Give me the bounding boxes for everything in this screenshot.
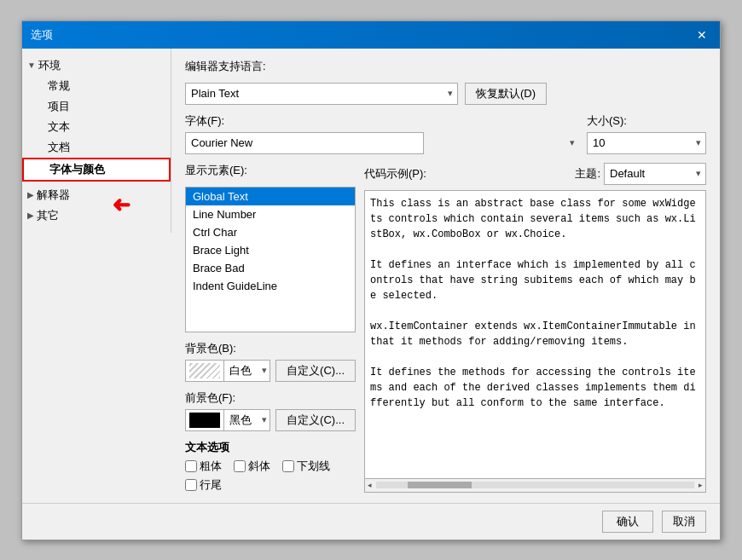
list-item-brace-bad[interactable]: Brace Bad — [186, 259, 355, 277]
font-select-wrapper: Courier New — [185, 132, 580, 154]
language-select-row: Plain Text 恢复默认(D) — [185, 83, 706, 105]
sidebar-item-doc[interactable]: 文档 — [22, 137, 171, 158]
lang-select-wrapper: Plain Text — [185, 83, 458, 105]
size-select-wrapper: 10 — [587, 132, 706, 154]
restore-default-button[interactable]: 恢复默认(D) — [465, 83, 547, 105]
sidebar-item-project[interactable]: 项目 — [22, 96, 171, 117]
right-sub-panel: 代码示例(P): 主题: Default This class is an ab… — [364, 163, 706, 493]
italic-checkbox-label[interactable]: 斜体 — [234, 459, 270, 474]
text-options-label: 文本选项 — [185, 440, 356, 455]
text-options-section: 文本选项 粗体 斜体 下划 — [185, 440, 356, 493]
h-scrollbar[interactable]: ◂ ▸ — [364, 479, 706, 493]
bg-color-row: 白色 自定义(C)... — [185, 360, 356, 382]
lang-select[interactable]: Plain Text — [185, 83, 458, 105]
language-row: 编辑器支持语言: — [185, 59, 706, 74]
eol-label: 行尾 — [200, 477, 222, 493]
bg-label: 背景色(B): — [185, 341, 356, 356]
font-label: 字体(F): — [185, 113, 580, 129]
list-item-indent-guideline[interactable]: Indent GuideLine — [186, 277, 355, 295]
sidebar-item-text[interactable]: 文本 — [22, 117, 171, 137]
eol-checkbox[interactable] — [185, 479, 197, 491]
scrollbar-track — [376, 482, 694, 488]
preview-scroll-area: This class is an abstract base class for… — [364, 190, 706, 493]
left-sub-panel: 显示元素(E): Global Text Line Number Ctrl Ch… — [185, 163, 356, 493]
bg-color-select[interactable]: 白色 — [223, 360, 270, 382]
sidebar-item-project-label: 项目 — [48, 99, 70, 114]
font-select[interactable]: Courier New — [185, 132, 424, 154]
sidebar-item-general-label: 常规 — [48, 78, 70, 94]
sidebar-item-env-label: 环境 — [38, 58, 61, 73]
dialog: 选项 ✕ ▼ 环境 常规 项目 文本 — [21, 20, 721, 540]
sidebar-item-text-label: 文本 — [48, 119, 70, 135]
other-arrow: ▶ — [27, 211, 34, 220]
sidebar: ▼ 环境 常规 项目 文本 文档 字体与颜色 — [22, 49, 171, 233]
theme-row: 主题: Default — [575, 163, 706, 185]
checkbox-row-1: 粗体 斜体 下划线 — [185, 459, 356, 474]
ok-button[interactable]: 确认 — [602, 511, 653, 533]
interpreter-arrow: ▶ — [27, 190, 34, 199]
dialog-footer: 确认 取消 — [22, 503, 720, 540]
font-size-row: 字体(F): Courier New 大小(S): 10 — [185, 113, 706, 154]
env-arrow: ▼ — [27, 61, 36, 70]
italic-checkbox[interactable] — [234, 460, 246, 472]
close-button[interactable]: ✕ — [693, 26, 711, 44]
sidebar-wrapper: ▼ 环境 常规 项目 文本 文档 字体与颜色 — [22, 49, 171, 503]
underline-label: 下划线 — [297, 459, 330, 474]
main-panel: 编辑器支持语言: Plain Text 恢复默认(D) 字体(F): Couri… — [171, 49, 720, 503]
list-item-line-number[interactable]: Line Number — [186, 205, 355, 223]
fg-color-display: 黑色 — [185, 409, 269, 431]
bg-color-section: 背景色(B): 白色 自定义(C)... — [185, 341, 356, 382]
lang-label: 编辑器支持语言: — [185, 59, 266, 74]
two-panels: 显示元素(E): Global Text Line Number Ctrl Ch… — [185, 163, 706, 493]
checkbox-row-2: 行尾 — [185, 477, 356, 493]
dialog-body: ▼ 环境 常规 项目 文本 文档 字体与颜色 — [22, 49, 720, 503]
cancel-button[interactable]: 取消 — [662, 511, 706, 533]
sidebar-item-other[interactable]: ▶ 其它 — [22, 205, 171, 226]
preview-area: This class is an abstract base class for… — [364, 190, 706, 479]
fg-color-section: 前景色(F): 黑色 自定义(C)... — [185, 390, 356, 431]
sidebar-item-interpreter-label: 解释器 — [37, 188, 70, 203]
list-item-ctrl-char[interactable]: Ctrl Char — [186, 223, 355, 241]
size-select[interactable]: 10 — [587, 132, 706, 154]
list-item-brace-light[interactable]: Brace Light — [186, 241, 355, 259]
title-bar: 选项 ✕ — [22, 21, 720, 49]
fg-color-select[interactable]: 黑色 — [223, 409, 270, 431]
underline-checkbox[interactable] — [282, 460, 294, 472]
eol-checkbox-label[interactable]: 行尾 — [185, 477, 222, 493]
underline-checkbox-label[interactable]: 下划线 — [282, 459, 330, 474]
bold-checkbox-label[interactable]: 粗体 — [185, 459, 222, 474]
scroll-left-arrow[interactable]: ◂ — [365, 481, 374, 489]
theme-select-wrapper: Default — [604, 163, 706, 185]
fg-swatch — [189, 413, 220, 428]
list-item-global-text[interactable]: Global Text — [186, 188, 355, 205]
size-label: 大小(S): — [587, 113, 706, 129]
display-label: 显示元素(E): — [185, 163, 356, 178]
scrollbar-thumb[interactable] — [408, 482, 472, 488]
scroll-right-arrow[interactable]: ▸ — [696, 481, 705, 489]
dialog-title: 选项 — [31, 27, 53, 43]
fg-label: 前景色(F): — [185, 390, 356, 406]
preview-label: 代码示例(P): — [364, 166, 426, 182]
fg-color-row: 黑色 自定义(C)... — [185, 409, 356, 431]
sidebar-item-font-color[interactable]: 字体与颜色 — [22, 158, 171, 182]
preview-header: 代码示例(P): 主题: Default — [364, 163, 706, 185]
theme-select[interactable]: Default — [604, 163, 706, 185]
sidebar-item-env[interactable]: ▼ 环境 — [22, 55, 171, 76]
bg-swatch — [189, 363, 220, 378]
bg-color-display: 白色 — [185, 360, 269, 382]
bg-color-select-wrapper: 白色 — [223, 360, 270, 382]
bg-customize-button[interactable]: 自定义(C)... — [275, 360, 356, 382]
sidebar-item-other-label: 其它 — [37, 208, 59, 223]
sidebar-item-font-color-label: 字体与颜色 — [49, 162, 105, 177]
display-listbox: Global Text Line Number Ctrl Char Brace … — [185, 187, 356, 332]
bold-checkbox[interactable] — [185, 460, 197, 472]
sidebar-item-general[interactable]: 常规 — [22, 76, 171, 96]
bold-label: 粗体 — [200, 459, 222, 474]
sidebar-item-interpreter[interactable]: ▶ 解释器 — [22, 185, 171, 205]
fg-customize-button[interactable]: 自定义(C)... — [275, 409, 356, 431]
sidebar-item-doc-label: 文档 — [48, 140, 70, 155]
italic-label: 斜体 — [248, 459, 270, 474]
fg-color-select-wrapper: 黑色 — [223, 409, 270, 431]
theme-label: 主题: — [575, 166, 600, 182]
